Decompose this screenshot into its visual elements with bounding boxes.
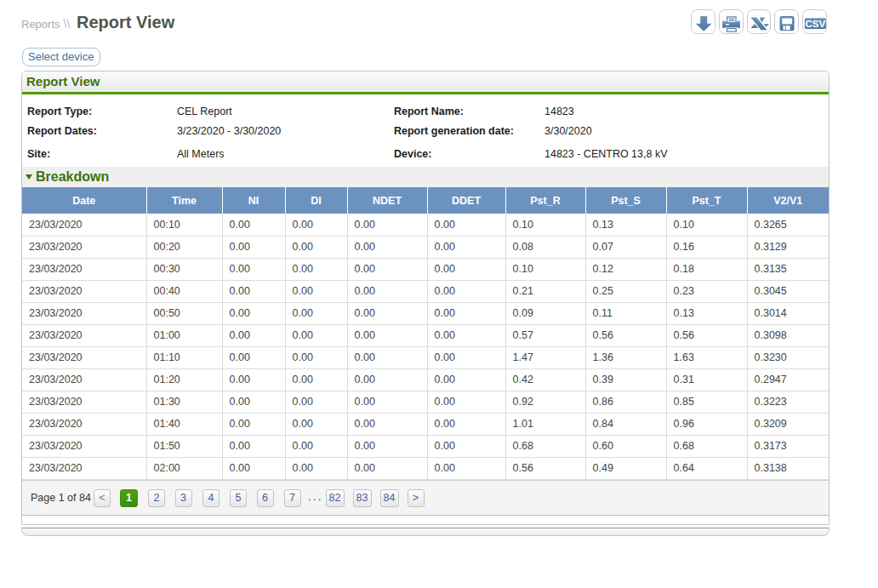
svg-text:CSV: CSV <box>806 18 826 28</box>
